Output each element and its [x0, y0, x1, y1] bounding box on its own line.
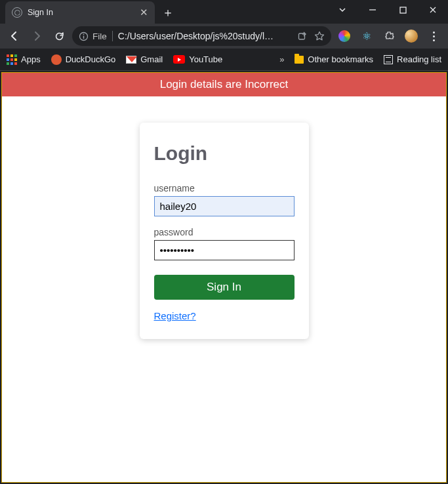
password-input[interactable]: [154, 240, 295, 260]
signin-button[interactable]: Sign In: [154, 275, 295, 300]
url-text: C:/Users/user/Desktop/js%20study/logi...: [118, 31, 275, 41]
gmail-icon: [126, 56, 136, 64]
duckduckgo-icon: [51, 54, 62, 65]
folder-icon: [295, 56, 304, 64]
star-icon[interactable]: [314, 31, 325, 41]
bookmark-youtube[interactable]: YouTube: [173, 54, 222, 64]
apps-label: Apps: [21, 54, 41, 64]
extension-colorwheel-icon[interactable]: [335, 27, 354, 45]
toolbar: File C:/Users/user/Desktop/js%20study/lo…: [0, 24, 448, 49]
bookmark-label: Gmail: [140, 54, 163, 64]
extensions-button[interactable]: [380, 27, 398, 45]
caret-down-icon[interactable]: [327, 0, 357, 20]
error-banner: Login details are Incorrect: [2, 73, 446, 96]
globe-icon: [12, 7, 22, 18]
profile-avatar[interactable]: [402, 27, 420, 45]
chrome-menu-button[interactable]: [424, 27, 443, 45]
bookmarks-bar: Apps DuckDuckGo Gmail YouTube » Other bo…: [0, 49, 448, 71]
info-icon: [79, 31, 89, 41]
new-tab-button[interactable]: ＋: [159, 3, 177, 22]
reload-button[interactable]: [50, 27, 68, 45]
register-link[interactable]: Register?: [154, 310, 196, 321]
browser-tab[interactable]: Sign In ✕: [5, 1, 155, 24]
youtube-icon: [173, 55, 185, 64]
bookmark-gmail[interactable]: Gmail: [126, 54, 163, 64]
bookmark-duckduckgo[interactable]: DuckDuckGo: [51, 54, 116, 65]
maximize-button[interactable]: [388, 0, 418, 20]
login-heading: Login: [154, 142, 295, 165]
bookmarks-overflow-button[interactable]: »: [279, 54, 284, 64]
other-bookmarks-folder[interactable]: Other bookmarks: [295, 54, 373, 64]
reading-list-button[interactable]: Reading list: [384, 54, 441, 64]
bookmark-label: DuckDuckGo: [66, 54, 116, 64]
bookmark-label: YouTube: [189, 54, 222, 64]
tab-title: Sign In: [28, 8, 53, 17]
back-button[interactable]: [5, 27, 24, 45]
window-controls: [327, 0, 448, 20]
password-label: password: [154, 227, 295, 237]
bookmark-label: Reading list: [397, 54, 441, 64]
forward-button[interactable]: [28, 27, 46, 45]
tab-close-icon[interactable]: ✕: [140, 7, 148, 18]
username-input[interactable]: [154, 196, 295, 216]
extension-react-icon[interactable]: ⚛: [357, 27, 376, 45]
apps-shortcut[interactable]: Apps: [7, 54, 41, 65]
minimize-button[interactable]: [357, 0, 388, 20]
titlebar: Sign In ✕ ＋: [0, 0, 448, 24]
address-bar[interactable]: File C:/Users/user/Desktop/js%20study/lo…: [72, 26, 331, 46]
svg-rect-1: [400, 7, 406, 13]
close-window-button[interactable]: [418, 0, 448, 20]
separator: [112, 31, 113, 41]
reading-list-icon: [384, 55, 393, 64]
svg-point-4: [83, 33, 85, 35]
bookmark-label: Other bookmarks: [308, 54, 373, 64]
apps-icon: [7, 54, 17, 65]
username-label: username: [154, 183, 295, 193]
login-card: Login username password Sign In Register…: [140, 123, 309, 339]
scheme-label: File: [92, 31, 107, 41]
share-icon[interactable]: [297, 31, 308, 41]
page-viewport: Login details are Incorrect Login userna…: [1, 72, 447, 483]
